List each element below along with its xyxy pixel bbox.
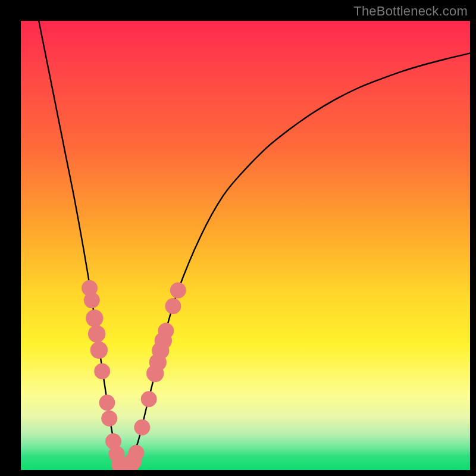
chart-stage: TheBottleneck.com — [0, 0, 476, 476]
scatter-dot — [90, 342, 108, 359]
scatter-dot — [94, 363, 110, 379]
scatter-dot — [129, 445, 145, 461]
scatter-dot — [158, 322, 174, 339]
plot-area — [21, 21, 470, 470]
scatter-points — [82, 280, 186, 470]
scatter-dot — [84, 292, 100, 308]
scatter-dot — [88, 325, 105, 343]
scatter-dot — [99, 394, 115, 411]
scatter-dot — [134, 419, 150, 436]
scatter-dot — [170, 283, 186, 299]
scatter-dot — [101, 411, 117, 427]
scatter-dot — [165, 298, 181, 314]
scatter-dot — [86, 309, 103, 327]
curve-layer — [21, 21, 470, 470]
watermark-text: TheBottleneck.com — [353, 4, 468, 19]
scatter-dot — [141, 391, 157, 407]
